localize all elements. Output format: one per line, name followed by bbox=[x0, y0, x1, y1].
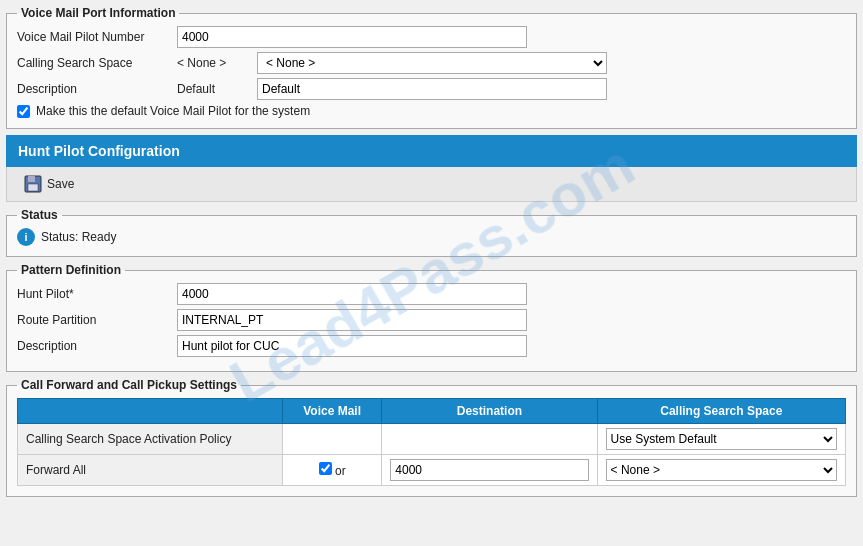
row2-or-label: or bbox=[335, 464, 346, 478]
voicemail-section: Voice Mail Port Information Voice Mail P… bbox=[6, 6, 857, 129]
row2-destination-cell bbox=[382, 455, 597, 486]
table-row: Calling Search Space Activation Policy U… bbox=[18, 424, 846, 455]
status-row: i Status: Ready bbox=[17, 228, 846, 246]
default-voicemail-label: Make this the default Voice Mail Pilot f… bbox=[36, 104, 310, 118]
row1-voicemail bbox=[282, 424, 381, 455]
save-icon bbox=[23, 174, 43, 194]
row2-name: Forward All bbox=[18, 455, 283, 486]
description-label: Description bbox=[17, 82, 177, 96]
default-voicemail-checkbox[interactable] bbox=[17, 105, 30, 118]
status-legend: Status bbox=[17, 208, 62, 222]
table-header-row: Voice Mail Destination Calling Search Sp… bbox=[18, 399, 846, 424]
svg-rect-1 bbox=[28, 176, 35, 182]
row2-destination-input[interactable] bbox=[390, 459, 588, 481]
svg-rect-2 bbox=[28, 184, 38, 191]
col-css-header: Calling Search Space bbox=[597, 399, 845, 424]
calling-search-space-select[interactable]: < None > bbox=[257, 52, 607, 74]
description-row: Description Default bbox=[17, 78, 846, 100]
description-input[interactable] bbox=[257, 78, 607, 100]
row1-name: Calling Search Space Activation Policy bbox=[18, 424, 283, 455]
hunt-pilot-label: Hunt Pilot* bbox=[17, 287, 177, 301]
default-voicemail-row: Make this the default Voice Mail Pilot f… bbox=[17, 104, 846, 118]
pattern-description-input[interactable] bbox=[177, 335, 527, 357]
route-partition-row: Route Partition bbox=[17, 309, 846, 331]
row2-voicemail-cell: or bbox=[282, 455, 381, 486]
toolbar: Save bbox=[6, 167, 857, 202]
pattern-legend: Pattern Definition bbox=[17, 263, 125, 277]
col-voicemail-header: Voice Mail bbox=[282, 399, 381, 424]
calling-search-space-label: Calling Search Space bbox=[17, 56, 177, 70]
pilot-number-label: Voice Mail Pilot Number bbox=[17, 30, 177, 44]
outer-container: Voice Mail Port Information Voice Mail P… bbox=[0, 0, 863, 509]
pattern-description-label: Description bbox=[17, 339, 177, 353]
save-button[interactable]: Save bbox=[17, 172, 80, 196]
voicemail-legend: Voice Mail Port Information bbox=[17, 6, 179, 20]
row1-destination bbox=[382, 424, 597, 455]
info-icon: i bbox=[17, 228, 35, 246]
description-static: Default bbox=[177, 82, 257, 96]
row1-css: Use System Default bbox=[597, 424, 845, 455]
row2-voicemail-checkbox[interactable] bbox=[319, 462, 332, 475]
callforward-table: Voice Mail Destination Calling Search Sp… bbox=[17, 398, 846, 486]
route-partition-label: Route Partition bbox=[17, 313, 177, 327]
status-section: Status i Status: Ready bbox=[6, 208, 857, 257]
row2-css-cell: < None > bbox=[597, 455, 845, 486]
hunt-pilot-input[interactable] bbox=[177, 283, 527, 305]
table-row: Forward All or < None > bbox=[18, 455, 846, 486]
pilot-number-row: Voice Mail Pilot Number bbox=[17, 26, 846, 48]
calling-search-space-row: Calling Search Space < None > < None > bbox=[17, 52, 846, 74]
status-text: Status: Ready bbox=[41, 230, 116, 244]
callforward-section: Call Forward and Call Pickup Settings Vo… bbox=[6, 378, 857, 497]
hunt-pilot-title: Hunt Pilot Configuration bbox=[18, 143, 180, 159]
row1-css-select[interactable]: Use System Default bbox=[606, 428, 837, 450]
callforward-legend: Call Forward and Call Pickup Settings bbox=[17, 378, 241, 392]
hunt-pilot-header: Hunt Pilot Configuration bbox=[6, 135, 857, 167]
calling-search-space-static: < None > bbox=[177, 56, 257, 70]
pattern-section: Pattern Definition Hunt Pilot* Route Par… bbox=[6, 263, 857, 372]
col-name-header bbox=[18, 399, 283, 424]
hunt-pilot-row: Hunt Pilot* bbox=[17, 283, 846, 305]
pilot-number-input[interactable] bbox=[177, 26, 527, 48]
save-label: Save bbox=[47, 177, 74, 191]
pattern-description-row: Description bbox=[17, 335, 846, 357]
route-partition-input[interactable] bbox=[177, 309, 527, 331]
col-destination-header: Destination bbox=[382, 399, 597, 424]
row2-css-select[interactable]: < None > bbox=[606, 459, 837, 481]
